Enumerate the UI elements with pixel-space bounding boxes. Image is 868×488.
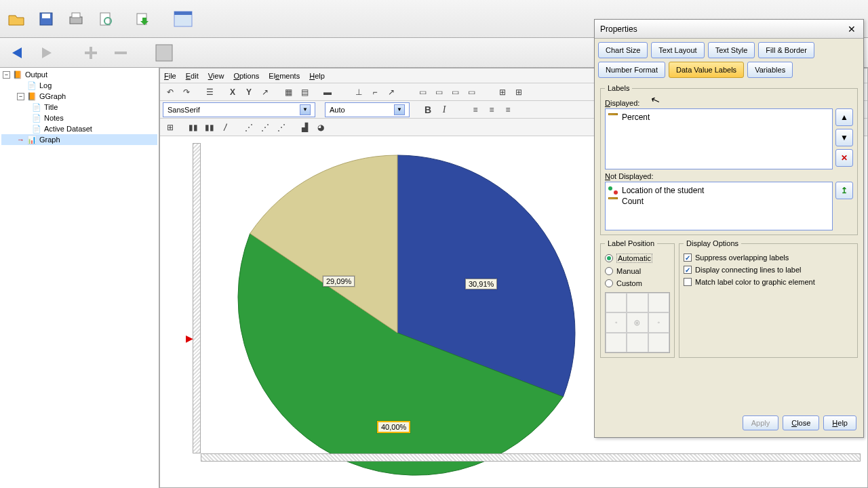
font-family-value: SansSerif — [167, 106, 200, 114]
list-item[interactable]: Percent — [608, 112, 829, 123]
check-suppress[interactable]: ✓ Suppress overlapping labels — [684, 251, 853, 264]
font-size-value: Auto — [330, 106, 345, 114]
apply-button[interactable]: Apply — [743, 415, 779, 430]
radio-manual[interactable]: Manual — [605, 265, 670, 277]
save-button[interactable] — [33, 5, 60, 33]
chart-type-icon[interactable]: ⊞ — [163, 121, 178, 134]
bar-chart-icon[interactable]: ▮▮ — [186, 121, 201, 134]
toolbar-icon[interactable]: ⌐ — [368, 85, 382, 99]
align-right-button[interactable]: ≡ — [500, 103, 515, 117]
toolbar-icon[interactable]: ▬ — [320, 85, 335, 99]
redo-button[interactable]: ↷ — [179, 85, 194, 99]
close-button[interactable]: Close — [783, 415, 819, 430]
tab-number-format[interactable]: Number Format — [598, 62, 665, 78]
pie-label-haarlem[interactable]: 40,00% — [377, 421, 410, 433]
tool-button[interactable] — [152, 42, 176, 64]
properties-button[interactable]: ☰ — [202, 85, 217, 99]
move-down-button[interactable]: ▼ — [835, 129, 853, 146]
grid-button[interactable]: ⊞ — [495, 85, 510, 99]
properties-tabs: Chart Size Text Layout Text Style Fill &… — [595, 39, 863, 81]
toolbar-icon[interactable]: ▭ — [431, 85, 446, 99]
tree-label: Active Dataset — [44, 125, 92, 133]
italic-button[interactable]: I — [437, 103, 452, 117]
x-axis-button[interactable]: X — [225, 85, 240, 99]
grid-button[interactable]: ⊞ — [511, 85, 526, 99]
check-match-color[interactable]: Match label color to graphic element — [684, 276, 853, 288]
pie-label-rotterdam[interactable]: 29,09% — [323, 276, 355, 287]
menu-edit[interactable]: Edit — [186, 72, 199, 80]
print-button[interactable] — [62, 5, 90, 33]
scatter-icon[interactable]: ⋰ — [241, 121, 256, 134]
properties-titlebar[interactable]: Properties ✕ — [595, 20, 863, 39]
check-connecting-lines[interactable]: ✓ Display connecting lines to label — [684, 264, 853, 276]
tree-node-active-dataset[interactable]: 📄 Active Dataset — [1, 123, 157, 134]
pie-icon[interactable]: ◕ — [313, 121, 328, 134]
list-item[interactable]: Location of the student — [608, 185, 829, 196]
move-up-button[interactable]: ▲ — [835, 108, 853, 126]
export-button[interactable] — [129, 5, 156, 33]
tab-data-value-labels[interactable]: Data Value Labels — [669, 62, 744, 78]
close-icon[interactable]: ✕ — [846, 23, 858, 35]
toolbar-icon[interactable]: ▤ — [297, 85, 312, 99]
radio-icon — [605, 254, 613, 262]
toolbar-icon[interactable]: ▭ — [448, 85, 462, 99]
tree-root-output[interactable]: − 📙 Output — [1, 69, 157, 80]
toolbar-icon[interactable]: ▭ — [415, 85, 430, 99]
radio-automatic[interactable]: Automatic — [605, 251, 670, 265]
histogram-icon[interactable]: ▟ — [297, 121, 312, 134]
not-displayed-list[interactable]: Location of the student Count — [605, 182, 833, 230]
menu-elements[interactable]: Elements — [269, 72, 300, 80]
displayed-list[interactable]: Percent — [605, 108, 833, 169]
position-grid[interactable]: ◦◎◦ — [605, 292, 670, 353]
preview-button[interactable] — [92, 5, 119, 33]
menu-view[interactable]: View — [208, 72, 224, 80]
remove-item-button[interactable]: ✕ — [835, 149, 853, 167]
scatter-icon[interactable]: ⋰ — [274, 121, 289, 134]
tree-node-log[interactable]: 📄 Log — [1, 80, 157, 91]
pie-label-diemen[interactable]: 30,91% — [465, 279, 497, 289]
radio-custom[interactable]: Custom — [605, 277, 670, 289]
scatter-icon[interactable]: ⋰ — [258, 121, 273, 134]
svg-rect-10 — [156, 45, 172, 61]
remove-button[interactable] — [108, 42, 133, 64]
align-left-button[interactable]: ≡ — [468, 103, 483, 117]
help-button[interactable]: Help — [823, 415, 856, 430]
menu-file[interactable]: File — [164, 72, 176, 80]
pie-chart[interactable]: 30,91% 40,00% 29,09% — [214, 150, 580, 488]
y-axis-button[interactable]: Y — [241, 85, 256, 99]
tree-label: Log — [39, 81, 52, 89]
back-button[interactable] — [5, 42, 30, 64]
forward-button[interactable] — [35, 42, 60, 64]
bar-chart-icon[interactable]: ▮▮ — [202, 121, 217, 134]
menu-help[interactable]: Help — [309, 72, 325, 80]
tab-variables[interactable]: Variables — [747, 62, 793, 78]
toolbar-icon[interactable]: ↗ — [384, 85, 399, 99]
menu-options[interactable]: Options — [233, 72, 259, 80]
bold-button[interactable]: B — [420, 103, 435, 117]
tab-fill-border[interactable]: Fill & Border — [758, 42, 814, 58]
align-center-button[interactable]: ≡ — [484, 103, 499, 117]
line-chart-icon[interactable]: 〳 — [218, 121, 233, 134]
dialog-recall-button[interactable] — [170, 5, 197, 33]
font-family-select[interactable]: SansSerif ▼ — [163, 102, 315, 117]
transpose-button[interactable]: ↗ — [258, 85, 273, 99]
undo-button[interactable]: ↶ — [163, 85, 178, 99]
list-item[interactable]: Count — [608, 196, 829, 207]
tab-chart-size[interactable]: Chart Size — [598, 42, 648, 58]
toolbar-icon[interactable]: ▭ — [464, 85, 479, 99]
tree-node-notes[interactable]: 📄 Notes — [1, 113, 157, 123]
add-item-button[interactable]: ↥ — [835, 182, 853, 199]
properties-title-text: Properties — [600, 24, 637, 34]
add-button[interactable] — [79, 42, 103, 64]
output-tree: − 📙 Output 📄 Log − 📙 GGraph 📄 Title 📄 No… — [0, 68, 159, 488]
tree-node-graph[interactable]: → 📊 Graph — [1, 134, 157, 145]
tree-node-ggraph[interactable]: − 📙 GGraph — [1, 91, 157, 102]
tab-text-layout[interactable]: Text Layout — [651, 42, 704, 58]
toolbar-icon[interactable]: ⊥ — [351, 85, 366, 99]
tab-text-style[interactable]: Text Style — [708, 42, 755, 58]
tree-node-title[interactable]: 📄 Title — [1, 102, 157, 113]
open-button[interactable] — [3, 5, 30, 33]
not-displayed-label: Not Displayed: — [605, 172, 853, 180]
font-size-select[interactable]: Auto ▼ — [325, 102, 410, 117]
toolbar-icon[interactable]: ▦ — [281, 85, 296, 99]
